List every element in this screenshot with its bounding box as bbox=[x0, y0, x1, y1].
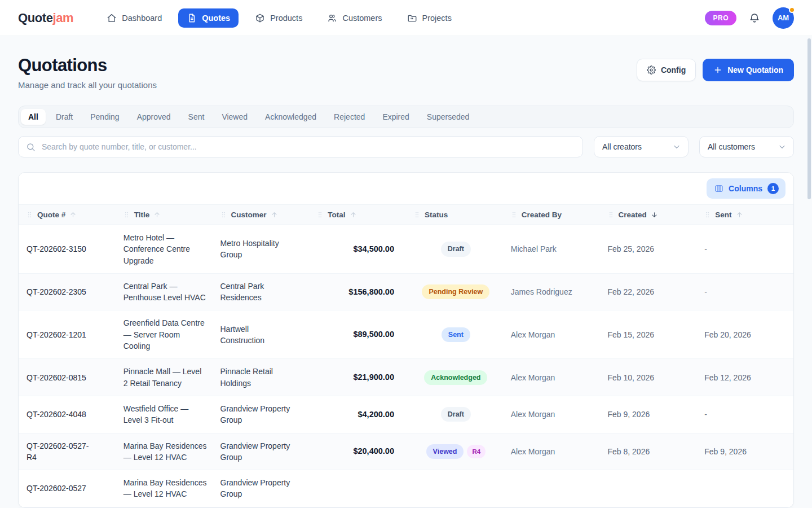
column-header-customer[interactable]: Customer bbox=[213, 205, 310, 225]
column-header-label: Created bbox=[619, 211, 647, 219]
nav-item-label: Quotes bbox=[202, 14, 230, 23]
notifications-button[interactable] bbox=[749, 12, 760, 24]
cell-quote-number: QT-202602-0527 bbox=[19, 470, 116, 507]
tab-approved[interactable]: Approved bbox=[130, 109, 178, 125]
home-icon bbox=[107, 13, 117, 23]
cell-total: $21,900.00 bbox=[309, 359, 406, 396]
arrow-up-icon bbox=[69, 211, 77, 218]
cell-created-by: Alex Morgan bbox=[503, 310, 600, 358]
cell-status bbox=[406, 470, 503, 507]
cell-status: Draft bbox=[406, 225, 503, 273]
grip-icon[interactable] bbox=[316, 211, 324, 218]
page-scrollbar[interactable] bbox=[807, 38, 811, 199]
brand-logo[interactable]: Quotejam bbox=[18, 11, 73, 25]
page-header: Quotations Manage and track all your quo… bbox=[18, 55, 794, 90]
cell-title: Greenfield Data Centre — Server Room Coo… bbox=[116, 310, 213, 358]
column-header-total[interactable]: Total bbox=[309, 205, 406, 225]
table-row[interactable]: QT-202602-3150Metro Hotel — Conference C… bbox=[19, 225, 793, 274]
column-header-label: Status bbox=[425, 211, 448, 219]
grip-icon[interactable] bbox=[26, 211, 33, 218]
revision-badge: R4 bbox=[467, 445, 486, 459]
cell-sent bbox=[696, 470, 793, 507]
status-badge: Draft bbox=[441, 242, 471, 256]
search-input[interactable] bbox=[41, 142, 575, 152]
nav-item-dashboard[interactable]: Dashboard bbox=[98, 8, 170, 28]
header-actions: Config New Quotation bbox=[637, 59, 794, 81]
column-header-created-by[interactable]: Created By bbox=[503, 205, 600, 225]
tab-acknowledged[interactable]: Acknowledged bbox=[258, 109, 324, 125]
tab-expired[interactable]: Expired bbox=[375, 109, 416, 125]
cell-created bbox=[600, 470, 697, 507]
cube-icon bbox=[255, 13, 265, 23]
new-quotation-button[interactable]: New Quotation bbox=[703, 59, 794, 81]
page-title: Quotations bbox=[18, 55, 157, 76]
arrow-up-icon bbox=[271, 211, 278, 218]
folder-icon bbox=[407, 13, 417, 23]
pro-badge[interactable]: PRO bbox=[705, 11, 736, 25]
status-filter-tabs: AllDraftPendingApprovedSentViewedAcknowl… bbox=[18, 106, 794, 128]
tab-superseded[interactable]: Superseded bbox=[420, 109, 477, 125]
columns-icon bbox=[714, 184, 723, 193]
cell-created: Feb 15, 2026 bbox=[600, 310, 697, 358]
grip-icon[interactable] bbox=[510, 211, 518, 218]
cell-created: Feb 8, 2026 bbox=[600, 433, 697, 470]
table-header-row: Quote #TitleCustomerTotalStatusCreated B… bbox=[19, 204, 793, 225]
table-row[interactable]: QT-202602-2305Central Park — Penthouse L… bbox=[19, 274, 793, 311]
columns-button[interactable]: Columns 1 bbox=[707, 178, 785, 199]
nav-item-label: Products bbox=[270, 14, 302, 23]
quotations-table-card: Columns 1 Quote #TitleCustomerTotalStatu… bbox=[18, 172, 794, 508]
column-header-quote[interactable]: Quote # bbox=[19, 205, 116, 225]
cell-customer: Metro Hospitality Group bbox=[213, 225, 310, 273]
tab-rejected[interactable]: Rejected bbox=[326, 109, 372, 125]
arrow-up-icon bbox=[350, 211, 357, 218]
cell-title: Westfield Office — Level 3 Fit-out bbox=[116, 396, 213, 433]
nav-item-quotes[interactable]: Quotes bbox=[178, 8, 239, 28]
nav-item-label: Projects bbox=[422, 14, 452, 23]
chevron-down-icon bbox=[778, 142, 787, 151]
cell-created-by: Alex Morgan bbox=[503, 359, 600, 396]
nav-item-products[interactable]: Products bbox=[246, 8, 311, 28]
cell-total: $20,400.00 bbox=[309, 433, 406, 470]
config-button[interactable]: Config bbox=[637, 59, 696, 81]
column-header-sent[interactable]: Sent bbox=[696, 205, 793, 225]
grip-icon[interactable] bbox=[413, 211, 421, 218]
cell-created-by: Alex Morgan bbox=[503, 396, 600, 433]
column-header-title[interactable]: Title bbox=[116, 205, 213, 225]
search-icon bbox=[26, 142, 36, 152]
avatar[interactable]: AM bbox=[773, 7, 794, 29]
table-row[interactable]: QT-202602-1201Greenfield Data Centre — S… bbox=[19, 310, 793, 359]
cell-sent: - bbox=[696, 225, 793, 273]
cell-customer: Grandview Property Group bbox=[213, 470, 310, 507]
creators-filter-select[interactable]: All creators bbox=[594, 136, 689, 157]
nav-item-projects[interactable]: Projects bbox=[399, 8, 460, 28]
cell-customer: Grandview Property Group bbox=[213, 396, 310, 433]
cell-title: Marina Bay Residences — Level 12 HVAC bbox=[116, 470, 213, 507]
grip-icon[interactable] bbox=[123, 211, 130, 218]
customers-filter-select[interactable]: All customers bbox=[699, 136, 794, 157]
column-header-created[interactable]: Created bbox=[600, 205, 697, 225]
notification-dot bbox=[789, 7, 795, 13]
nav-item-customers[interactable]: Customers bbox=[319, 8, 390, 28]
tab-viewed[interactable]: Viewed bbox=[214, 109, 255, 125]
grip-icon[interactable] bbox=[704, 211, 711, 218]
search-box bbox=[18, 136, 583, 157]
tab-all[interactable]: All bbox=[21, 109, 46, 125]
table-row[interactable]: QT-202602-0527Marina Bay Residences — Le… bbox=[19, 470, 793, 507]
cell-created-by: James Rodriguez bbox=[503, 274, 600, 310]
column-header-label: Sent bbox=[715, 211, 731, 219]
table-row[interactable]: QT-202602-0815Pinnacle Mall — Level 2 Re… bbox=[19, 359, 793, 396]
column-header-label: Total bbox=[328, 211, 345, 219]
tab-sent[interactable]: Sent bbox=[181, 109, 212, 125]
grip-icon[interactable] bbox=[220, 211, 227, 218]
grip-icon[interactable] bbox=[607, 211, 615, 218]
tab-draft[interactable]: Draft bbox=[48, 109, 80, 125]
cell-total: $89,500.00 bbox=[309, 310, 406, 358]
brand-secondary: jam bbox=[53, 11, 74, 25]
table-row[interactable]: QT-202602-0527-R4Marina Bay Residences —… bbox=[19, 433, 793, 471]
users-icon bbox=[327, 13, 337, 23]
tab-pending[interactable]: Pending bbox=[83, 109, 126, 125]
cell-customer: Central Park Residences bbox=[213, 274, 310, 310]
table-row[interactable]: QT-202602-4048Westfield Office — Level 3… bbox=[19, 396, 793, 433]
cell-total bbox=[309, 470, 406, 507]
column-header-status[interactable]: Status bbox=[406, 205, 503, 225]
